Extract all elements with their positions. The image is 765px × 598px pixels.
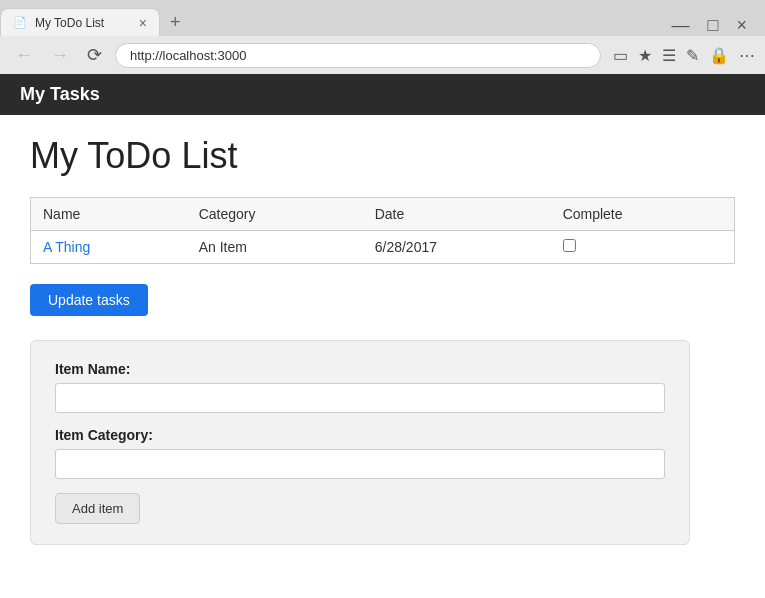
app-header: My Tasks <box>0 74 765 115</box>
menu-icon[interactable]: ☰ <box>662 46 676 65</box>
app-content: My ToDo List Name Category Date Complete… <box>0 115 765 565</box>
annotate-icon[interactable]: ✎ <box>686 46 699 65</box>
cell-name: A Thing <box>31 231 187 264</box>
app-header-title: My Tasks <box>20 84 100 104</box>
tab-bar: 📄 My ToDo List × + — □ × <box>0 0 765 36</box>
profile-icon[interactable]: 🔒 <box>709 46 729 65</box>
col-date: Date <box>363 198 551 231</box>
item-category-label: Item Category: <box>55 427 665 443</box>
reader-view-icon[interactable]: ▭ <box>613 46 628 65</box>
item-category-input[interactable] <box>55 449 665 479</box>
table-header: Name Category Date Complete <box>31 198 735 231</box>
toolbar-icons: ▭ ★ ☰ ✎ 🔒 ⋯ <box>613 46 755 65</box>
item-name-input[interactable] <box>55 383 665 413</box>
todo-table: Name Category Date Complete A Thing An I… <box>30 197 735 264</box>
active-tab[interactable]: 📄 My ToDo List × <box>0 8 160 36</box>
add-item-button[interactable]: Add item <box>55 493 140 524</box>
back-button[interactable]: ← <box>10 43 38 68</box>
page-title: My ToDo List <box>30 135 735 177</box>
col-complete: Complete <box>551 198 735 231</box>
address-bar-row: ← → ⟳ ▭ ★ ☰ ✎ 🔒 ⋯ <box>0 36 765 74</box>
cell-complete[interactable] <box>551 231 735 264</box>
table-row: A Thing An Item 6/28/2017 <box>31 231 735 264</box>
tab-close-button[interactable]: × <box>139 15 147 31</box>
update-tasks-button[interactable]: Update tasks <box>30 284 148 316</box>
new-tab-button[interactable]: + <box>160 8 191 36</box>
col-name: Name <box>31 198 187 231</box>
add-item-form: Item Name: Item Category: Add item <box>30 340 690 545</box>
item-name-label: Item Name: <box>55 361 665 377</box>
reload-button[interactable]: ⟳ <box>82 42 107 68</box>
bookmark-icon[interactable]: ★ <box>638 46 652 65</box>
cell-category: An Item <box>187 231 363 264</box>
window-controls: — □ × <box>666 15 765 36</box>
close-button[interactable]: × <box>730 15 753 36</box>
maximize-button[interactable]: □ <box>702 15 725 36</box>
browser-chrome: 📄 My ToDo List × + — □ × ← → ⟳ ▭ ★ ☰ ✎ 🔒… <box>0 0 765 74</box>
tab-favicon: 📄 <box>13 16 27 29</box>
tab-title: My ToDo List <box>35 16 131 30</box>
more-icon[interactable]: ⋯ <box>739 46 755 65</box>
table-body: A Thing An Item 6/28/2017 <box>31 231 735 264</box>
cell-date: 6/28/2017 <box>363 231 551 264</box>
minimize-button[interactable]: — <box>666 15 696 36</box>
col-category: Category <box>187 198 363 231</box>
complete-checkbox[interactable] <box>563 239 576 252</box>
address-input[interactable] <box>115 43 601 68</box>
forward-button[interactable]: → <box>46 43 74 68</box>
